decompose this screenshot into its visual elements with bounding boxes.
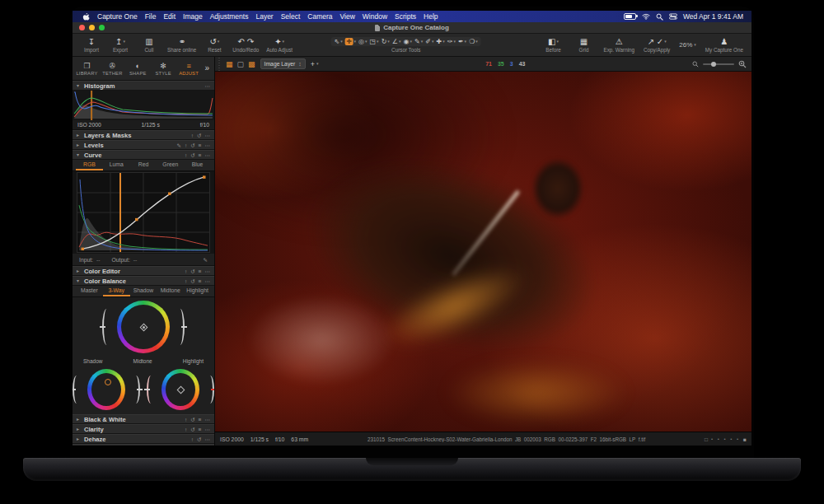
- toolbar-button[interactable]: ◧▾ Before: [542, 38, 564, 53]
- zoom-slider[interactable]: [703, 63, 734, 65]
- panel-action-icon[interactable]: ↺: [190, 142, 194, 148]
- panel-action-icon[interactable]: ⋯: [205, 142, 211, 148]
- panel-action-icon[interactable]: ≡: [199, 417, 202, 422]
- menu-item[interactable]: Edit: [163, 12, 176, 21]
- toolbar-button[interactable]: ▥ Cull: [138, 38, 160, 53]
- more-tabs-chevrons[interactable]: »: [201, 63, 213, 74]
- cursor-tool[interactable]: ✑ ▾: [447, 38, 456, 45]
- panel-action-icon[interactable]: ⋯: [205, 83, 211, 89]
- tool-tab[interactable]: ◐ SHAPE: [125, 61, 151, 76]
- panel-action-icon[interactable]: ↺: [197, 436, 201, 442]
- color-balance-tab[interactable]: Shadow: [130, 287, 157, 296]
- panel-header-levels[interactable]: ▸ Levels ✎↑↺≡⋯: [73, 140, 214, 150]
- color-tag-icon[interactable]: ■: [743, 436, 747, 442]
- saturation-arc-slider[interactable]: [102, 309, 111, 345]
- panel-action-icon[interactable]: ⋯: [205, 417, 211, 422]
- rating-dots[interactable]: • • • • •: [711, 436, 740, 441]
- panel-header-dehaze[interactable]: ▸ Dehaze ↑↺⋯: [73, 434, 214, 444]
- highlight-color-wheel[interactable]: [162, 369, 199, 410]
- cursor-tool[interactable]: ✎ ▾: [414, 38, 423, 45]
- menu-item[interactable]: View: [340, 12, 355, 21]
- cursor-tool[interactable]: ◳ ▾: [370, 38, 379, 45]
- curve-channel-tab[interactable]: Blue: [184, 161, 211, 170]
- curve-channel-tab[interactable]: RGB: [76, 161, 103, 170]
- battery-icon[interactable]: [624, 13, 636, 20]
- wifi-icon[interactable]: [642, 13, 650, 20]
- cursor-tool[interactable]: ◉ ▾: [404, 38, 413, 45]
- color-balance-tab[interactable]: Master: [76, 287, 103, 296]
- panel-action-icon[interactable]: ↑: [185, 268, 187, 274]
- layer-select-dropdown[interactable]: Image Layer ↕: [260, 58, 306, 69]
- menu-item[interactable]: Capture One: [97, 12, 138, 21]
- cursor-tool[interactable]: ◎ ▾: [358, 38, 368, 45]
- panel-action-icon[interactable]: ↑: [185, 278, 187, 284]
- panel-action-icon[interactable]: ≡: [199, 278, 202, 284]
- color-balance-tab[interactable]: 3-Way: [103, 287, 130, 296]
- tool-tab[interactable]: ≡ ADJUST: [176, 61, 202, 76]
- panel-action-icon[interactable]: ✎: [177, 142, 181, 148]
- menu-item[interactable]: Camera: [307, 12, 332, 21]
- midtone-color-wheel[interactable]: [117, 301, 170, 353]
- panel-header-layers-masks[interactable]: ▸ Layers & Masks ↑↺⋯: [73, 130, 214, 140]
- toolbar-button[interactable]: ✦▾ Auto Adjust: [266, 38, 293, 53]
- panel-action-icon[interactable]: ↑: [191, 436, 194, 442]
- cursor-tool[interactable]: ✒ ▾: [458, 38, 466, 45]
- toolbar-button[interactable]: ↶ ↷ Undo/Redo: [232, 38, 259, 53]
- saturation-arc-slider[interactable]: [147, 376, 155, 404]
- wheel-marker-icon[interactable]: [105, 379, 111, 385]
- toolbar-button[interactable]: ⚠ Exp. Warning: [603, 38, 634, 53]
- curve-point-picker-icon[interactable]: ✎: [204, 257, 208, 263]
- wheel-marker-icon[interactable]: [177, 386, 185, 394]
- toolbar-button[interactable]: ⚭ Share online: [167, 38, 196, 53]
- panel-action-icon[interactable]: ↑: [185, 152, 187, 158]
- panel-header-color-editor[interactable]: ▸ Color Editor ↑↺≡⋯: [73, 266, 214, 276]
- panel-action-icon[interactable]: ↺: [190, 427, 194, 432]
- tag-square-icon[interactable]: □: [705, 436, 708, 442]
- lightness-arc-slider[interactable]: [176, 309, 185, 345]
- menu-item[interactable]: Help: [424, 12, 438, 21]
- panel-header-color-balance[interactable]: ▾ Color Balance ↑↺≡⋯: [73, 276, 214, 286]
- panel-action-icon[interactable]: ⋯: [205, 436, 211, 442]
- panel-header-black-white[interactable]: ▸ Black & White ↑↺≡⋯: [73, 414, 214, 424]
- panel-action-icon[interactable]: ⋯: [205, 278, 211, 284]
- saturation-arc-slider[interactable]: [73, 376, 81, 404]
- panel-action-icon[interactable]: ↑: [191, 133, 194, 138]
- panel-action-icon[interactable]: ↺: [190, 278, 194, 284]
- curve-channel-tab[interactable]: Luma: [103, 161, 130, 170]
- panel-action-icon[interactable]: ↺: [190, 152, 194, 158]
- viewer-zoom-level-dropdown[interactable]: 26% ▾: [679, 41, 696, 49]
- my-capture-one-button[interactable]: ♟ My Capture One: [705, 38, 743, 53]
- color-balance-tab[interactable]: Midtone: [157, 287, 184, 296]
- toolbar-button[interactable]: ↗ ✓▾ Copy/Apply: [644, 38, 670, 53]
- panel-action-icon[interactable]: ↑: [185, 427, 187, 432]
- panel-action-icon[interactable]: ⋯: [205, 268, 211, 274]
- menu-item[interactable]: Select: [281, 12, 301, 21]
- toolbar-button[interactable]: ↥▾ Export: [110, 38, 131, 53]
- tool-tab[interactable]: ✇ TETHER: [100, 61, 125, 76]
- panel-action-icon[interactable]: ≡: [199, 268, 202, 274]
- zoom-in-icon[interactable]: [738, 60, 747, 68]
- lightness-arc-slider[interactable]: [206, 376, 214, 404]
- panel-action-icon[interactable]: ⋯: [205, 133, 211, 138]
- apple-logo-icon[interactable]: [82, 12, 90, 21]
- panel-action-icon[interactable]: ↑: [185, 142, 187, 148]
- tool-tab[interactable]: ✻ STYLE: [151, 61, 176, 76]
- cursor-tool[interactable]: ✐ ▾: [425, 38, 433, 45]
- panel-action-icon[interactable]: ↺: [190, 268, 194, 274]
- color-balance-tab[interactable]: Highlight: [184, 287, 211, 296]
- menu-item[interactable]: File: [145, 12, 157, 21]
- minimize-window-button[interactable]: [89, 25, 95, 30]
- cursor-tool[interactable]: ✛ ▾: [345, 38, 356, 45]
- panel-resize-handle[interactable]: [217, 57, 221, 71]
- cursor-tool[interactable]: ✚ ▾: [436, 38, 444, 45]
- cursor-tool[interactable]: ∠ ▾: [392, 38, 401, 45]
- curve-graph[interactable]: [73, 171, 214, 254]
- menu-item[interactable]: Scripts: [395, 12, 416, 21]
- panel-action-icon[interactable]: ≡: [199, 142, 202, 148]
- toolbar-button[interactable]: ↧ Import: [81, 38, 102, 53]
- panel-action-icon[interactable]: ↺: [197, 133, 201, 138]
- control-center-icon[interactable]: [669, 13, 677, 20]
- panel-action-icon[interactable]: ≡: [199, 427, 202, 432]
- view-mode-icon[interactable]: ▦: [226, 60, 233, 68]
- toolbar-button[interactable]: ▦ Grid: [573, 38, 594, 53]
